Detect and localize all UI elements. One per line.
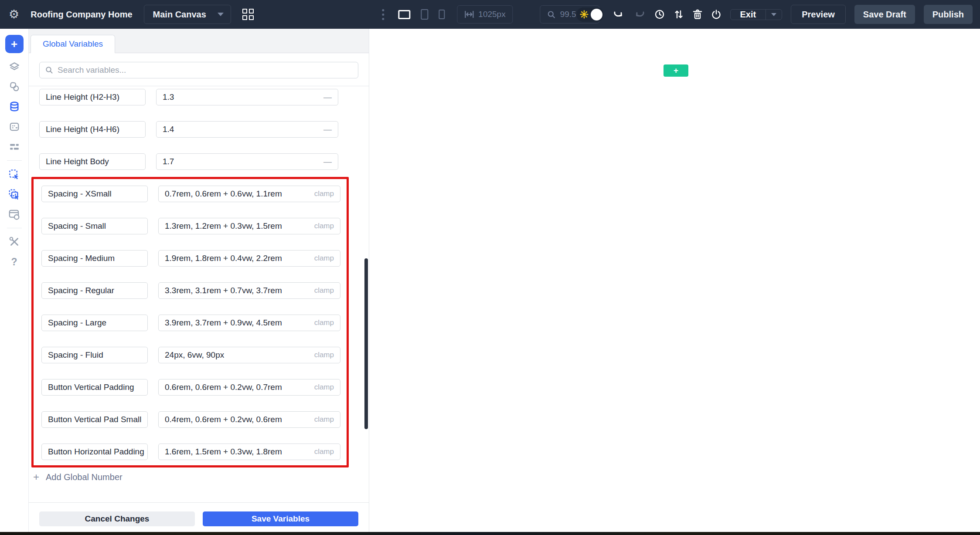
structure-grid-icon[interactable]	[242, 9, 254, 20]
canvas-selector-dropdown[interactable]: Main Canvas	[144, 5, 231, 24]
variable-name-input[interactable]: Line Height (H4-H6)	[39, 121, 146, 138]
desktop-breakpoint-icon[interactable]	[398, 10, 410, 19]
variable-row: Button Vertical Pad Small 0.4rem, 0.6rem…	[41, 411, 340, 428]
history-clock-icon[interactable]	[654, 9, 665, 20]
variable-value-input[interactable]: 1.7 —	[156, 153, 338, 170]
sidebar-item-form-fields[interactable]	[5, 119, 24, 135]
database-icon	[9, 101, 20, 112]
variable-suffix: —	[323, 125, 332, 134]
toggle-knob	[591, 9, 602, 20]
phone-breakpoint-icon[interactable]	[439, 10, 445, 19]
variable-value-input[interactable]: 1.3 —	[156, 89, 338, 105]
tablet-breakpoint-icon[interactable]	[421, 9, 428, 20]
variable-row: Line Height Body 1.7 —	[39, 153, 358, 170]
sidebar-item-tools[interactable]	[5, 234, 24, 250]
plus-icon: +	[674, 66, 678, 75]
variable-value-input[interactable]: 1.9rem, 1.8rem + 0.4vw, 2.2rem clamp	[158, 250, 340, 267]
sidebar-item-data-browser[interactable]	[5, 206, 24, 223]
variable-value-input[interactable]: 0.6rem, 0.6rem + 0.2vw, 0.7rem clamp	[158, 379, 340, 396]
sidebar-divider	[7, 160, 22, 161]
exit-button[interactable]: Exit	[731, 10, 766, 20]
canvas-add-section-button[interactable]: +	[664, 64, 688, 77]
sidebar-item-help[interactable]: ?	[5, 254, 24, 270]
variable-value-input[interactable]: 1.6rem, 1.5rem + 0.3vw, 1.8rem clamp	[158, 444, 340, 460]
variable-suffix: clamp	[314, 254, 334, 263]
plus-icon: +	[33, 472, 39, 482]
select-cursor-icon	[8, 169, 20, 180]
left-sidebar: +	[0, 29, 29, 535]
tools-icon	[9, 236, 20, 247]
add-global-number-link[interactable]: +Add Global Number	[33, 472, 122, 482]
settings-gear-icon[interactable]: ⚙	[9, 9, 19, 20]
search-section	[29, 53, 369, 86]
variable-value-text: 1.4	[163, 125, 174, 134]
variable-value-input[interactable]: 0.4rem, 0.6rem + 0.2vw, 0.6rem clamp	[158, 411, 340, 428]
variable-name-input[interactable]: Spacing - XSmall	[41, 186, 148, 202]
viewport-width-control[interactable]: 1025px	[457, 5, 513, 24]
variable-value-input[interactable]: 1.4 —	[156, 121, 338, 138]
panel-tabbar: Global Variables	[29, 29, 369, 53]
variable-name-input[interactable]: Spacing - Regular	[41, 282, 148, 299]
variable-row: Spacing - Fluid 24px, 6vw, 90px clamp	[41, 347, 340, 363]
variable-name-input[interactable]: Line Height Body	[39, 153, 146, 170]
variable-suffix: clamp	[314, 190, 334, 198]
variable-name-input[interactable]: Spacing - Fluid	[41, 347, 148, 363]
sidebar-add-element-button[interactable]: +	[5, 35, 24, 53]
variable-value-text: 1.3rem, 1.2rem + 0.3vw, 1.5rem	[165, 221, 282, 231]
variable-value-text: 1.6rem, 1.5rem + 0.3vw, 1.8rem	[165, 447, 282, 457]
save-draft-button[interactable]: Save Draft	[854, 5, 915, 24]
sidebar-item-global-data[interactable]	[5, 98, 24, 115]
search-icon	[45, 66, 53, 74]
publish-button[interactable]: Publish	[924, 5, 973, 24]
sidebar-item-layers[interactable]	[5, 58, 24, 75]
sidebar-item-multi-selector[interactable]	[5, 186, 24, 203]
global-variables-panel: Global Variables Line Height (H2-H3) 1.3…	[29, 29, 369, 535]
variable-value-input[interactable]: 3.9rem, 3.7rem + 0.9vw, 4.5rem clamp	[158, 315, 340, 331]
variable-name-input[interactable]: Button Horizontal Padding	[41, 444, 148, 460]
canvas-selector-value: Main Canvas	[153, 10, 206, 20]
sidebar-item-rows[interactable]	[5, 139, 24, 155]
cancel-changes-button[interactable]: Cancel Changes	[39, 511, 195, 526]
trash-icon[interactable]	[693, 9, 702, 20]
variable-name-input[interactable]: Button Vertical Padding	[41, 379, 148, 396]
variable-name-input[interactable]: Spacing - Small	[41, 218, 148, 234]
variable-row: Spacing - Small 1.3rem, 1.2rem + 0.3vw, …	[41, 218, 340, 234]
variable-value-input[interactable]: 3.3rem, 3.1rem + 0.7vw, 3.7rem clamp	[158, 282, 340, 299]
editor-canvas: +	[370, 29, 980, 535]
redo-button[interactable]	[633, 10, 646, 19]
sun-icon	[580, 10, 589, 19]
variable-value-input[interactable]: 0.7rem, 0.6rem + 0.6vw, 1.1rem clamp	[158, 186, 340, 202]
top-toolbar: ⚙ Roofing Company Home Main Canvas 1025p…	[0, 0, 980, 29]
sidebar-item-selector[interactable]	[5, 166, 24, 183]
more-options-kebab-icon[interactable]	[380, 7, 386, 22]
variable-row: Spacing - XSmall 0.7rem, 0.6rem + 0.6vw,…	[41, 186, 340, 202]
save-variables-button[interactable]: Save Variables	[203, 511, 358, 526]
import-export-icon[interactable]	[674, 9, 684, 20]
dark-mode-toggle[interactable]	[576, 7, 604, 22]
variable-value-input[interactable]: 1.3rem, 1.2rem + 0.3vw, 1.5rem clamp	[158, 218, 340, 234]
variable-name-input[interactable]: Button Vertical Pad Small	[41, 411, 148, 428]
chevron-down-icon	[218, 13, 224, 16]
help-icon: ?	[11, 256, 17, 268]
chevron-down-icon	[771, 13, 776, 16]
variable-suffix: clamp	[314, 351, 334, 359]
sidebar-item-design-library[interactable]	[5, 78, 24, 95]
panel-scrollbar-thumb[interactable]	[364, 258, 368, 429]
variable-suffix: clamp	[314, 318, 334, 327]
tab-global-variables[interactable]: Global Variables	[31, 35, 115, 53]
page-title: Roofing Company Home	[31, 10, 132, 20]
multi-select-cursor-icon	[8, 189, 20, 200]
variable-name-input[interactable]: Spacing - Medium	[41, 250, 148, 267]
undo-button[interactable]	[612, 10, 625, 19]
search-input[interactable]	[58, 65, 352, 75]
panel-footer: Cancel Changes Save Variables	[29, 502, 369, 535]
power-icon[interactable]	[711, 9, 721, 20]
field-card-icon	[9, 121, 20, 132]
browser-data-icon	[8, 209, 20, 220]
variable-value-input[interactable]: 24px, 6vw, 90px clamp	[158, 347, 340, 363]
preview-button[interactable]: Preview	[791, 5, 846, 24]
variable-name-input[interactable]: Line Height (H2-H3)	[39, 89, 146, 105]
variable-name-input[interactable]: Spacing - Large	[41, 315, 148, 331]
variable-row: Spacing - Medium 1.9rem, 1.8rem + 0.4vw,…	[41, 250, 340, 267]
exit-dropdown-caret[interactable]	[766, 10, 782, 20]
